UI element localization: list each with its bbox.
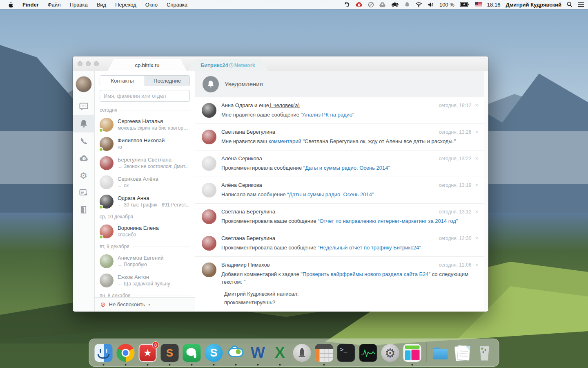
spotlight-search-icon[interactable] xyxy=(567,1,572,8)
zoom-window-button[interactable] xyxy=(94,61,99,66)
notification-link[interactable]: Проверить вайрфреймы нового раздела сайт… xyxy=(303,271,429,277)
tab-contacts[interactable]: Контакты xyxy=(100,76,145,86)
close-icon[interactable]: × xyxy=(475,209,478,214)
dock-item-bitrix24[interactable] xyxy=(227,343,245,362)
contact-row[interactable]: Одрага Анна←30 тыс Трафик - 691 Регист..… xyxy=(95,192,195,211)
contact-row[interactable]: Ежков Антон←Ща задачкой пульну xyxy=(95,271,195,290)
rail-item-notifications[interactable] xyxy=(73,115,95,132)
dock-item-system-preferences[interactable]: ⚙ xyxy=(381,343,400,362)
drive-menu-icon[interactable] xyxy=(379,1,385,8)
dock-item-chrome[interactable] xyxy=(116,343,135,362)
contact-row[interactable]: Сергеева Натальяможешь скрин на бис повт… xyxy=(95,115,195,134)
notification-sender: Алёна Серикова xyxy=(221,155,262,162)
evernote-menu-icon[interactable] xyxy=(344,1,350,8)
rail-item-open-slider[interactable] xyxy=(73,184,95,201)
notification-link[interactable]: комментарий xyxy=(269,138,301,144)
contact-row[interactable]: Берегулина Светлана←Звонок не состоялся:… xyxy=(95,153,195,173)
dock-item-wunderlist[interactable]: ★8 xyxy=(138,343,157,362)
minimize-window-button[interactable] xyxy=(86,61,91,66)
vehicle-status-menu-icon[interactable] xyxy=(391,1,399,8)
contact-row[interactable]: Серикова Алёна←ок xyxy=(95,173,195,192)
notification-sender-link[interactable]: 1 человек(а) xyxy=(269,102,300,108)
dock-item-evernote[interactable] xyxy=(183,343,201,362)
phone-icon xyxy=(80,137,88,145)
notification-item[interactable]: Алёна Сериковасегодня, 13:19×Написала ва… xyxy=(195,177,484,204)
dock-item-finder[interactable] xyxy=(94,343,113,362)
rail-item-settings[interactable]: ⚙ xyxy=(73,167,95,184)
menu-item-2[interactable]: Файл xyxy=(43,2,65,8)
clock-label[interactable]: 18:16 xyxy=(487,2,501,8)
dock-item-calculator[interactable] xyxy=(315,343,334,362)
menu-item-1[interactable]: Finder xyxy=(18,2,43,8)
dock-item-colorful-app[interactable] xyxy=(403,343,422,362)
close-icon[interactable]: × xyxy=(475,236,478,241)
dock-item-folder[interactable] xyxy=(431,343,450,362)
notification-item[interactable]: Алёна Сериковасегодня, 13:22×Прокомменти… xyxy=(195,150,484,177)
menu-item-3[interactable]: Правка xyxy=(65,2,92,8)
notification-sender: Владимир Пимахов xyxy=(221,262,270,268)
menu-item-5[interactable]: Переход xyxy=(111,2,141,8)
notification-item[interactable]: Светлана Берегулинасегодня, 13:12×Проком… xyxy=(195,204,484,230)
user-menu-label[interactable]: Дмитрий Кудрявский xyxy=(506,2,561,8)
notification-link[interactable]: “Недельный отчет по трафику Битрикс24” xyxy=(318,245,421,251)
notification-item[interactable]: Анна Одрага и еще 1 человек(а)сегодня, 1… xyxy=(195,97,484,124)
close-icon[interactable]: × xyxy=(475,182,478,188)
dnd-circle-menu-icon[interactable] xyxy=(368,1,374,8)
tab-recent[interactable]: Последние xyxy=(145,76,189,86)
bitrix-cloud-menu-icon[interactable] xyxy=(355,1,363,8)
rail-item-messages[interactable] xyxy=(73,98,95,115)
close-icon[interactable]: × xyxy=(475,262,478,267)
tab-bitrix24-network[interactable]: Битрикс24 Network xyxy=(187,59,268,71)
rail-item-exit[interactable] xyxy=(73,201,95,218)
dock-item-sublime[interactable]: S xyxy=(160,343,179,362)
divider-line xyxy=(136,217,190,217)
finder-icon xyxy=(95,344,113,362)
avatar[interactable] xyxy=(76,76,92,92)
contact-avatar xyxy=(100,137,114,151)
notification-item[interactable]: Светлана Берегулинасегодня, 13:26×Мне нр… xyxy=(195,124,484,150)
dock-item-trash[interactable] xyxy=(475,343,494,362)
notifications-scrollbar[interactable] xyxy=(484,71,488,311)
notification-item[interactable]: Владимир Пимаховсегодня, 12:06×Добавил к… xyxy=(195,257,484,311)
menu-item-7[interactable]: Справка xyxy=(162,2,192,8)
window-titlebar[interactable]: cp.bitrix.ru Битрикс24 Network xyxy=(73,56,488,71)
notification-center-icon[interactable] xyxy=(578,1,584,8)
tab-cp-bitrix-ru[interactable]: cp.bitrix.ru xyxy=(107,59,187,71)
notification-link[interactable]: “Даты и суммы радио. Осень 2014” xyxy=(303,165,390,171)
dock-item-skype[interactable]: S xyxy=(205,343,223,362)
search-input[interactable] xyxy=(100,90,190,102)
apple-menu-icon[interactable] xyxy=(4,1,18,8)
bell-menu-icon[interactable] xyxy=(404,1,410,8)
close-window-button[interactable] xyxy=(78,61,82,66)
volume-menu-icon[interactable] xyxy=(428,1,434,8)
notification-link[interactable]: “Даты и суммы радио. Осень 2014” xyxy=(287,191,374,197)
rail-item-bitrix-network[interactable] xyxy=(73,150,95,167)
do-not-disturb-toggle[interactable]: ⊘ Не беспокоить ▾ xyxy=(95,297,195,311)
dock-item-terminal[interactable]: >_ xyxy=(337,343,356,362)
input-language-flag-icon[interactable] xyxy=(475,1,482,8)
close-icon[interactable]: × xyxy=(475,103,478,108)
menu-item-6[interactable]: Окно xyxy=(141,2,162,8)
notification-link[interactable]: “Отчет по направлению интернет-маркетинг… xyxy=(318,218,458,224)
wifi-menu-icon[interactable] xyxy=(415,1,422,8)
notification-content: Алёна Сериковасегодня, 13:22×Прокомменти… xyxy=(221,155,478,172)
dock-item-documents[interactable] xyxy=(453,343,472,362)
date-divider-label: пн, 8 декабря xyxy=(100,293,131,297)
evernote-icon xyxy=(183,344,201,362)
notification-link[interactable]: Анализ РК на радио xyxy=(303,112,352,118)
rail-item-calls[interactable] xyxy=(73,132,95,150)
notification-item[interactable]: Светлана Берегулинасегодня, 12:30×Проком… xyxy=(195,230,484,257)
contact-row[interactable]: Воронина Еленаспасибо xyxy=(95,222,195,241)
close-icon[interactable]: × xyxy=(475,129,478,135)
notification-content: Светлана Берегулинасегодня, 12:30×Проком… xyxy=(221,235,478,251)
terminal-icon: >_ xyxy=(337,344,355,362)
contact-row[interactable]: Анисимов Евгений←Попробую xyxy=(95,251,195,271)
menu-item-4[interactable]: Вид xyxy=(92,2,111,8)
close-icon[interactable]: × xyxy=(475,156,478,161)
dock-item-launchpad[interactable] xyxy=(293,343,312,362)
battery-icon[interactable] xyxy=(460,1,470,8)
dock-item-excel[interactable]: X xyxy=(271,343,290,362)
contact-row[interactable]: Филиппов Николайго xyxy=(95,134,195,153)
dock-item-word[interactable]: W xyxy=(249,343,267,362)
dock-item-activity-monitor[interactable] xyxy=(359,343,378,362)
